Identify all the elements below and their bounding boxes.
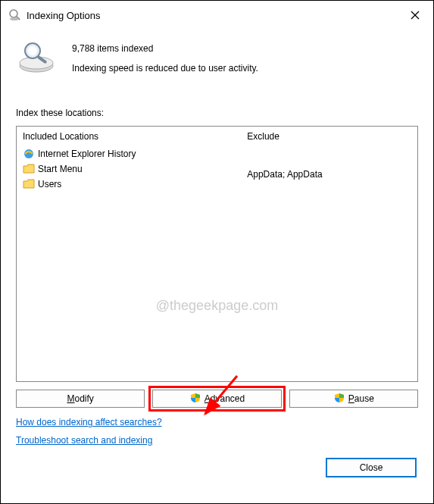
location-name: Users xyxy=(38,179,61,189)
list-item[interactable]: Users xyxy=(23,177,234,192)
title-bar: Indexing Options xyxy=(2,2,432,28)
shield-icon xyxy=(333,393,345,405)
exclude-cell: AppData; AppData xyxy=(247,167,411,181)
list-item[interactable]: Internet Explorer History xyxy=(23,146,234,161)
shield-icon xyxy=(189,393,201,405)
svg-point-6 xyxy=(20,57,53,69)
svg-point-8 xyxy=(28,46,37,55)
items-indexed-text: 9,788 items indexed xyxy=(72,43,258,54)
exclude-header[interactable]: Exclude xyxy=(247,131,411,145)
pause-button[interactable]: Pause xyxy=(289,390,418,408)
dialog-footer: Close xyxy=(16,458,418,477)
how-indexing-link[interactable]: How does indexing affect searches? xyxy=(16,417,162,427)
magnifier-disk-icon xyxy=(16,39,57,77)
troubleshoot-link[interactable]: Troubleshoot search and indexing xyxy=(16,435,152,446)
status-section: 9,788 items indexed Indexing speed is re… xyxy=(16,42,418,77)
folder-icon xyxy=(23,178,35,190)
dialog-content: 9,788 items indexed Indexing speed is re… xyxy=(2,28,432,485)
location-name: Start Menu xyxy=(38,164,83,174)
locations-table: Included Locations Internet Explorer His… xyxy=(16,126,418,382)
close-icon[interactable] xyxy=(404,7,426,23)
window-title: Indexing Options xyxy=(27,10,400,21)
svg-point-0 xyxy=(10,10,17,17)
location-name: Internet Explorer History xyxy=(38,149,136,159)
indexing-icon xyxy=(8,8,22,22)
modify-button[interactable]: Modify xyxy=(16,390,145,408)
help-links: How does indexing affect searches? Troub… xyxy=(16,417,418,453)
index-locations-label: Index these locations: xyxy=(16,108,418,118)
advanced-button[interactable]: Advanced xyxy=(152,390,281,408)
folder-icon xyxy=(23,163,35,175)
button-row: Modify Advanced Pause xyxy=(16,390,418,408)
indexing-speed-text: Indexing speed is reduced due to user ac… xyxy=(72,63,258,74)
svg-point-2 xyxy=(10,17,19,20)
list-item[interactable]: Start Menu xyxy=(23,161,234,177)
included-header[interactable]: Included Locations xyxy=(23,131,234,145)
ie-icon xyxy=(23,148,35,160)
close-button[interactable]: Close xyxy=(326,458,417,477)
